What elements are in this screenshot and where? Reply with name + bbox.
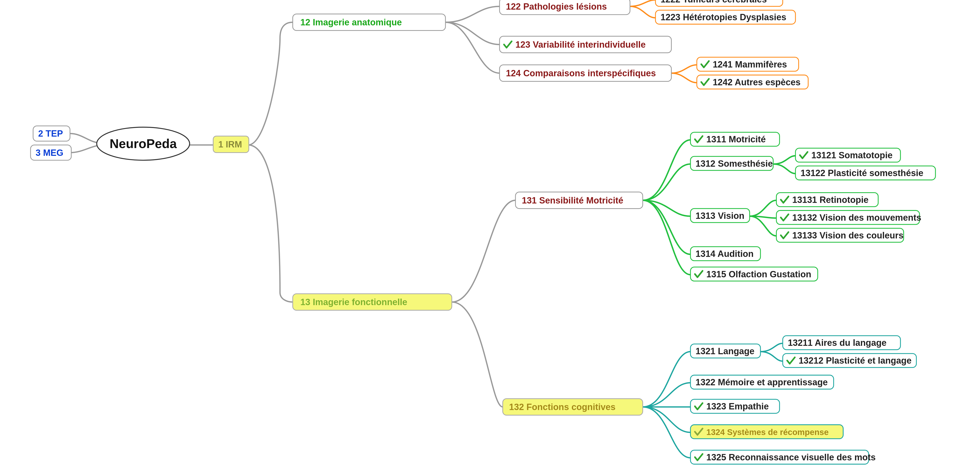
label-13133: 13133 Vision des couleurs	[792, 230, 904, 240]
label-13211: 13211 Aires du langage	[788, 338, 886, 348]
label-1322: 1322 Mémoire et apprentissage	[695, 377, 828, 387]
node-1314[interactable]: 1314 Audition	[690, 247, 760, 261]
node-123[interactable]: 123 Variabilité interindividuelle	[500, 36, 671, 53]
node-13212[interactable]: 13212 Plasticité et langage	[783, 353, 916, 367]
label-12: 12 Imagerie anatomique	[300, 17, 402, 27]
label-1313: 1313 Vision	[695, 211, 745, 221]
label-1324: 1324 Systèmes de récompense	[706, 428, 829, 437]
label-1-irm: 1 IRM	[218, 139, 242, 149]
node-12[interactable]: 12 Imagerie anatomique	[293, 14, 445, 30]
node-1322[interactable]: 1322 Mémoire et apprentissage	[690, 375, 834, 389]
label-3-meg: 3 MEG	[36, 148, 63, 158]
label-1321: 1321 Langage	[695, 346, 754, 356]
label-root: NeuroPeda	[110, 136, 177, 151]
label-13212: 13212 Plasticité et langage	[799, 356, 912, 366]
node-132[interactable]: 132 Fonctions cognitives	[503, 399, 643, 415]
label-1242: 1242 Autres espèces	[713, 77, 800, 87]
label-123: 123 Variabilité interindividuelle	[515, 40, 646, 49]
node-1323[interactable]: 1323 Empathie	[690, 399, 780, 413]
node-122[interactable]: 122 Pathologies lésions	[500, 0, 630, 15]
label-2-tep: 2 TEP	[38, 128, 63, 138]
node-13211[interactable]: 13211 Aires du langage	[783, 336, 900, 350]
label-131: 131 Sensibilité Motricité	[522, 195, 623, 205]
label-13132: 13132 Vision des mouvements	[792, 213, 921, 222]
node-3-meg[interactable]: 3 MEG	[30, 145, 71, 160]
node-1222[interactable]: 1222 Tumeurs cérébrales	[655, 0, 783, 6]
label-13121: 13121 Somatotopie	[811, 150, 892, 160]
node-1241[interactable]: 1241 Mammifères	[697, 57, 799, 71]
node-131[interactable]: 131 Sensibilité Motricité	[515, 192, 643, 209]
node-13131[interactable]: 13131 Retinotopie	[776, 193, 878, 207]
label-1323: 1323 Empathie	[706, 401, 769, 411]
node-1315[interactable]: 1315 Olfaction Gustation	[690, 267, 818, 281]
node-1325[interactable]: 1325 Reconnaissance visuelle des mots	[690, 450, 876, 464]
node-13121[interactable]: 13121 Somatotopie	[795, 148, 900, 162]
label-122: 122 Pathologies lésions	[506, 2, 607, 11]
node-124[interactable]: 124 Comparaisons interspécifiques	[500, 65, 671, 81]
label-1222: 1222 Tumeurs cérébrales	[660, 0, 767, 4]
node-13122[interactable]: 13122 Plasticité somesthésie	[795, 166, 935, 180]
node-1324[interactable]: 1324 Systèmes de récompense	[690, 425, 843, 439]
node-1321[interactable]: 1321 Langage	[690, 344, 760, 358]
mindmap: 2 TEP 3 MEG NeuroPeda 1 IRM 12 Imagerie …	[0, 0, 980, 472]
label-1314: 1314 Audition	[695, 249, 754, 259]
label-1325: 1325 Reconnaissance visuelle des mots	[706, 452, 876, 462]
node-1242[interactable]: 1242 Autres espèces	[697, 75, 808, 89]
label-13131: 13131 Retinotopie	[792, 195, 869, 205]
node-13133[interactable]: 13133 Vision des couleurs	[776, 228, 904, 242]
label-13122: 13122 Plasticité somesthésie	[800, 168, 923, 178]
node-2-tep[interactable]: 2 TEP	[33, 126, 70, 141]
node-1-irm[interactable]: 1 IRM	[213, 136, 249, 152]
node-root[interactable]: NeuroPeda	[97, 127, 190, 160]
label-132: 132 Fonctions cognitives	[509, 402, 616, 412]
node-1313[interactable]: 1313 Vision	[690, 209, 749, 222]
node-1312[interactable]: 1312 Somesthésie	[690, 157, 773, 170]
node-13132[interactable]: 13132 Vision des mouvements	[776, 211, 921, 224]
label-1312: 1312 Somesthésie	[695, 159, 773, 168]
label-1315: 1315 Olfaction Gustation	[706, 269, 811, 279]
label-1223: 1223 Hétérotopies Dysplasies	[660, 12, 786, 22]
node-1311[interactable]: 1311 Motricité	[690, 132, 780, 146]
label-1311: 1311 Motricité	[706, 135, 766, 144]
label-13: 13 Imagerie fonctionnelle	[300, 297, 407, 307]
node-13[interactable]: 13 Imagerie fonctionnelle	[293, 294, 452, 310]
label-1241: 1241 Mammifères	[713, 60, 787, 69]
label-124: 124 Comparaisons interspécifiques	[506, 68, 656, 78]
node-1223[interactable]: 1223 Hétérotopies Dysplasies	[655, 10, 795, 24]
